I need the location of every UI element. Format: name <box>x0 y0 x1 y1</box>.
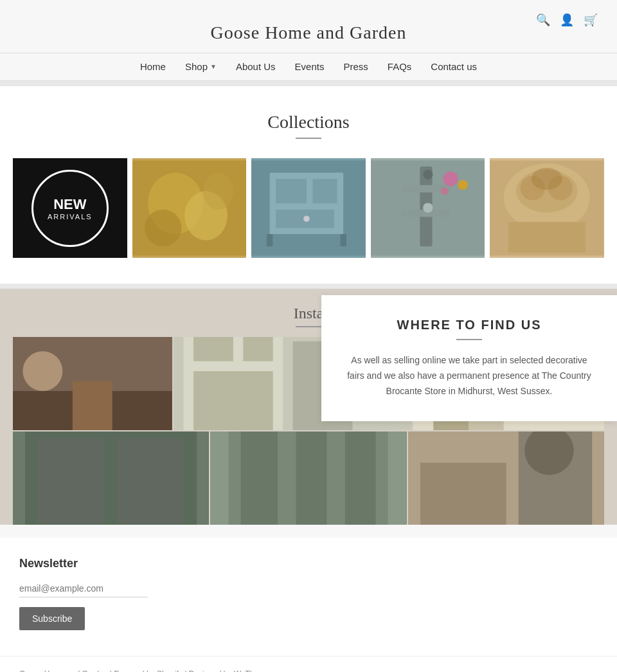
svg-point-3 <box>145 210 181 246</box>
svg-rect-28 <box>508 222 586 253</box>
collections-section: Collections NEW ARRIVALS <box>0 86 617 284</box>
nav-press[interactable]: Press <box>343 61 368 72</box>
nav-contact[interactable]: Contact us <box>431 61 477 72</box>
svg-point-4 <box>202 173 233 210</box>
footer-text: Goose Home and Garden | Powered by Shopi… <box>19 669 598 672</box>
insta-photo-6[interactable] <box>408 431 604 525</box>
svg-point-27 <box>532 168 562 190</box>
svg-rect-50 <box>296 431 327 525</box>
subscribe-button[interactable]: Subscribe <box>19 607 85 630</box>
account-icon[interactable]: 👤 <box>560 13 574 27</box>
instagram-underline <box>296 326 321 327</box>
gold-image <box>132 158 247 258</box>
collection-metal[interactable] <box>371 158 485 258</box>
collections-title: Collections <box>13 112 604 132</box>
chevron-down-icon: ▼ <box>210 63 217 70</box>
insta-photo-4[interactable] <box>13 431 209 525</box>
search-icon[interactable]: 🔍 <box>536 13 550 27</box>
metal-image <box>371 158 485 258</box>
svg-rect-55 <box>420 463 506 525</box>
main-nav: Home Shop ▼ About Us Events Press FAQs C… <box>0 53 617 81</box>
bottom-area: WHERE TO FIND US As well as selling onli… <box>0 289 617 525</box>
nav-shop[interactable]: Shop ▼ <box>185 61 217 72</box>
new-arrivals-badge: NEW ARRIVALS <box>31 170 109 247</box>
insta-photo-5[interactable] <box>210 431 406 525</box>
newsletter-title: Newsletter <box>19 557 598 570</box>
svg-rect-12 <box>341 234 347 246</box>
svg-rect-45 <box>37 438 105 524</box>
svg-rect-51 <box>345 431 376 525</box>
svg-point-20 <box>458 180 467 190</box>
site-title: Goose Home and Garden <box>0 13 617 50</box>
svg-rect-32 <box>73 381 112 430</box>
instagram-grid-row2 <box>13 431 604 525</box>
svg-rect-37 <box>193 371 273 430</box>
newsletter-section: Newsletter Subscribe <box>0 538 617 656</box>
collection-gold[interactable] <box>132 158 247 258</box>
blue-furniture-image <box>251 158 366 258</box>
svg-rect-18 <box>423 170 433 179</box>
svg-point-31 <box>22 351 62 391</box>
nav-home[interactable]: Home <box>140 61 166 72</box>
nav-faqs[interactable]: FAQs <box>388 61 412 72</box>
svg-rect-49 <box>241 431 278 525</box>
collection-blue-furniture[interactable] <box>251 158 366 258</box>
insta-photo-1[interactable] <box>13 337 172 430</box>
svg-point-19 <box>443 172 458 186</box>
nav-events[interactable]: Events <box>295 61 325 72</box>
footer: Goose Home and Garden | Powered by Shopi… <box>0 656 617 672</box>
svg-rect-11 <box>267 234 273 246</box>
collections-grid: NEW ARRIVALS <box>13 158 604 258</box>
section-divider-2 <box>0 284 617 289</box>
where-text: As well as selling online we take part i… <box>347 353 591 399</box>
where-underline <box>456 339 482 340</box>
natural-wood-image <box>490 158 604 258</box>
svg-point-17 <box>423 203 433 212</box>
cart-icon[interactable]: 🛒 <box>584 13 598 27</box>
newsletter-email-input[interactable] <box>19 580 148 597</box>
collection-new-arrivals[interactable]: NEW ARRIVALS <box>13 158 127 258</box>
svg-rect-35 <box>193 337 233 361</box>
svg-rect-8 <box>313 179 337 203</box>
header: 🔍 👤 🛒 Goose Home and Garden Home Shop ▼ … <box>0 0 617 81</box>
where-title: WHERE TO FIND US <box>347 318 591 332</box>
title-underline <box>296 138 321 139</box>
nav-about[interactable]: About Us <box>236 61 276 72</box>
collection-natural-wood[interactable] <box>490 158 604 258</box>
where-to-find-card: WHERE TO FIND US As well as selling onli… <box>321 295 617 421</box>
header-icons: 🔍 👤 🛒 <box>536 13 598 27</box>
svg-point-21 <box>441 188 448 195</box>
section-divider <box>0 81 617 86</box>
svg-rect-46 <box>117 438 184 524</box>
svg-rect-7 <box>276 179 307 203</box>
svg-rect-36 <box>243 337 273 361</box>
svg-point-10 <box>303 215 310 222</box>
